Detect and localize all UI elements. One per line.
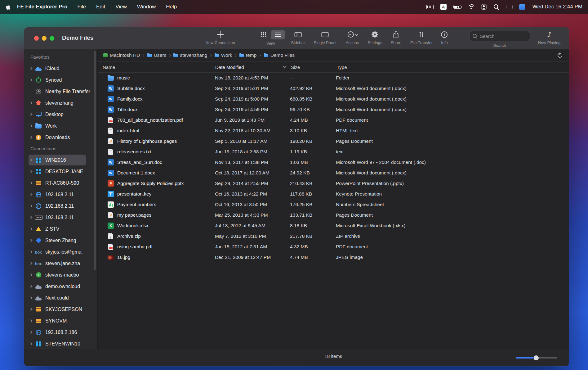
disclosure-chevron-icon[interactable] [29,319,33,323]
file-row-title-docx[interactable]: Title.docxSep 24, 2019 at 4:59 PM96.70 K… [98,104,569,115]
list-view-button[interactable] [271,30,285,39]
sidebar-item-stevens-macbo[interactable]: stevens-macbo [24,269,97,281]
menu-bar-clock[interactable]: Wed Dec 16 2:44 PM [532,4,582,10]
disclosure-chevron-icon[interactable] [29,182,33,185]
sidebar-item-next-could[interactable]: Next could [24,292,97,304]
wifi-icon-button[interactable] [468,3,474,11]
menu-help[interactable]: Help [166,4,177,10]
breadcrumb-item-work[interactable]: Work [215,52,232,58]
sidebar-item-steven-jane-zha[interactable]: steven.jane.zha [24,258,97,269]
sidebar-item-desktop[interactable]: Desktop [24,109,97,120]
sidebar-item-skyjosepson[interactable]: SKYJOSEPSON [24,304,97,315]
disclosure-chevron-icon[interactable] [29,193,33,196]
control-center-icon-button[interactable] [506,3,512,11]
zoom-button[interactable] [50,36,54,41]
disclosure-chevron-icon[interactable] [29,216,33,219]
sidebar-item-rt-ac86u-590[interactable]: RT-AC86U-590 [24,177,97,189]
disclosure-chevron-icon[interactable] [29,102,33,105]
file-row-subtitle-docx[interactable]: Subtitle.docxSep 24, 2019 at 5:01 PM402.… [98,83,569,94]
single-panel-button[interactable]: Single Panel [314,30,336,45]
menu-window[interactable]: Window [137,4,156,10]
disclosure-chevron-icon[interactable] [29,285,33,288]
input-source-icon-button[interactable]: A [440,3,447,11]
sidebar-item-192-168-2-11[interactable]: 192.168.2.11 [24,212,97,223]
sidebar-item-demo-owncloud[interactable]: demo.owncloud [24,281,97,292]
file-row-workbook-xlsx[interactable]: Workbook.xlsxJul 18, 2012 at 9:45 AM8.18… [98,220,569,231]
battery-icon-button[interactable] [453,3,461,11]
disclosure-chevron-icon[interactable] [29,124,33,128]
disclosure-chevron-icon[interactable] [29,342,33,345]
info-button[interactable]: Info [441,30,448,45]
column-header-size[interactable]: Size [290,62,336,72]
column-header-type[interactable]: Type [336,62,569,72]
sidebar-item-desktop-jane[interactable]: DESKTOP-JANE [24,166,97,177]
disclosure-chevron-icon[interactable] [29,228,33,231]
minimize-button[interactable] [42,36,47,41]
app-menu-extra-icon-button[interactable] [519,3,525,11]
sidebar-item-nearby-file-transfer[interactable]: Nearby File Transfer [24,86,97,97]
menu-view[interactable]: View [115,4,127,10]
disclosure-chevron-icon[interactable] [29,296,33,300]
file-row-payment-numbers[interactable]: Payment.numbersOct 16, 2013 at 3:50 PM17… [98,199,569,210]
app-menu-title[interactable]: FE File Explorer Pro [17,4,68,10]
disclosure-chevron-icon[interactable] [29,159,33,162]
disclosure-chevron-icon[interactable] [29,113,33,116]
close-button[interactable] [34,36,39,41]
sidebar-toggle-button[interactable]: Sidebar [291,30,305,45]
file-row-aggregate-supply-policies-pptx[interactable]: Aggregate Supply Policies.pptxSep 28, 20… [98,178,569,189]
sidebar-item-synced[interactable]: Synced [24,74,97,86]
sidebar-item-win2016[interactable]: WIN2016 [24,154,97,166]
disclosure-chevron-icon[interactable] [29,308,33,311]
keyboard-icon-button[interactable] [426,3,434,11]
file-row-16-jpg[interactable]: 16.jpgDec 21, 2009 at 12:47 PM4.74 MBJPE… [98,252,569,263]
disclosure-chevron-icon[interactable] [29,79,33,82]
sidebar-item-stevenzhang[interactable]: stevenzhang [24,97,97,109]
sidebar-item-192-168-2-186[interactable]: 192.168.2.186 [24,327,97,338]
sidebar-item-icloud[interactable]: iCloud [24,63,97,74]
file-row-releasenotes-txt[interactable]: releasenotes.txtJun 19, 2018 at 2:58 PM1… [98,147,569,157]
user-icon-button[interactable] [481,3,487,11]
sidebar-item-stevenwin10[interactable]: STEVENWIN10 [24,338,97,349]
file-row-document-1-docx[interactable]: Document-1.docxOct 18, 2017 at 12:00 AM2… [98,168,569,178]
search-input[interactable] [480,34,527,39]
now-playing-button[interactable]: Now Playing [538,30,560,45]
file-row-music[interactable]: musicNov 18, 2020 at 4:53 PM--Folder [98,73,569,83]
file-row-archive-zip[interactable]: Archive.zipMay 7, 2012 at 3:10 PM217.78 … [98,231,569,241]
search-field[interactable] [469,31,530,41]
disclosure-chevron-icon[interactable] [29,273,33,277]
breadcrumb-item-users[interactable]: Users [147,52,166,58]
sidebar-item-steven-zhang[interactable]: Steven Zhang [24,235,97,246]
spotlight-icon-button[interactable] [494,3,499,11]
disclosure-chevron-icon[interactable] [29,331,33,334]
file-row-history-of-lighthouse-pages[interactable]: History of Lighthouse.pagesSep 5, 2018 a… [98,136,569,147]
refresh-button[interactable] [557,52,563,58]
icon-size-slider[interactable] [516,357,557,359]
disclosure-chevron-icon[interactable] [29,250,33,254]
sidebar-item-skyjos-ios-gma[interactable]: skyjos.ios@gma [24,246,97,258]
column-header-name[interactable]: Name [98,62,215,72]
file-row-family-docx[interactable]: Family.docxSep 24, 2019 at 5:00 PM680.85… [98,94,569,104]
sidebar-item-192-168-2-11[interactable]: 192.168.2.11 [24,200,97,212]
file-row-703-all-about-notarization-pdf[interactable]: 703_all_about_notarization.pdfJun 9, 201… [98,115,569,125]
breadcrumb-item-macintosh-hd[interactable]: Macintosh HD [103,52,140,58]
file-row-presentaton-key[interactable]: presentaton.keyOct 16, 2013 at 4:22 PM11… [98,189,569,199]
sidebar-item-synovm[interactable]: SYNOVM [24,315,97,327]
actions-button[interactable]: Actions [346,30,359,45]
file-transfer-button[interactable]: File Transfer [410,30,433,45]
file-row-my-paper-pages[interactable]: my paper.pagesMar 25, 2013 at 4:33 PM133… [98,210,569,220]
breadcrumb-item-demo-files[interactable]: Demo Files [264,52,295,58]
disclosure-chevron-icon[interactable] [29,205,33,208]
file-row-stress-and-surr-doc[interactable]: Stress_and_Surr.docNov 13, 2017 at 1:38 … [98,157,569,168]
new-connection-button[interactable]: New Connection [205,30,235,45]
disclosure-chevron-icon[interactable] [29,239,33,242]
file-row-using-samba-pdf[interactable]: using samba.pdfJan 15, 2012 at 7:31 AM4.… [98,241,569,252]
disclosure-chevron-icon[interactable] [29,67,33,70]
column-header-date-modified[interactable]: Date Modified [215,62,290,72]
share-button[interactable]: Share [391,30,402,45]
menu-file[interactable]: File [78,4,86,10]
slider-thumb[interactable] [534,355,539,360]
sidebar-item-z-stv[interactable]: Z STV [24,223,97,235]
grid-view-button[interactable] [256,30,271,39]
disclosure-chevron-icon[interactable] [29,262,33,265]
apple-menu[interactable] [6,4,11,10]
